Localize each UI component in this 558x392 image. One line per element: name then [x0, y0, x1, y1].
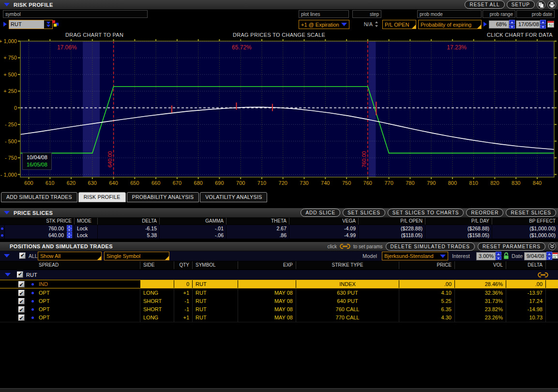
- group-symbol: RUT: [26, 272, 37, 278]
- position-row-selected[interactable]: IND 0 RUT INDEX .00 28.46% .00: [0, 280, 558, 288]
- symbol-input[interactable]: RUT: [9, 20, 44, 29]
- wrench-icon[interactable]: [538, 272, 548, 278]
- interest-input[interactable]: 3.00%: [476, 252, 496, 260]
- qty-cell[interactable]: -1: [174, 297, 193, 305]
- row-checkbox[interactable]: [18, 281, 25, 287]
- slice-mode[interactable]: Lock: [75, 232, 98, 239]
- col-qty: QTY: [174, 261, 193, 269]
- vol-cell[interactable]: 31.73%: [455, 297, 506, 305]
- qty-cell[interactable]: +1: [174, 289, 193, 297]
- copy-icon[interactable]: [537, 0, 545, 9]
- svg-text:660: 660: [151, 180, 160, 186]
- tab-risk-profile[interactable]: RISK PROFILE: [78, 192, 126, 202]
- add-slice-button[interactable]: ADD SLICE: [301, 209, 340, 217]
- show-all-value: Show All: [40, 253, 60, 259]
- show-all-dropdown[interactable]: Show All: [38, 252, 102, 260]
- date-input[interactable]: 9/04/08: [524, 252, 546, 260]
- reset-all-button[interactable]: RESET ALL: [465, 0, 504, 9]
- risk-profile-chart[interactable]: 6006106206306406506606706806907007107207…: [0, 31, 558, 192]
- svg-text:700: 700: [236, 180, 245, 186]
- lock-icon[interactable]: [503, 252, 509, 261]
- slice-price[interactable]: 760.00: [5, 225, 67, 232]
- slice-price[interactable]: 640.00: [5, 232, 67, 239]
- calendar-icon[interactable]: [552, 252, 558, 261]
- slice-dot-icon: [1, 227, 3, 230]
- reorder-button[interactable]: REORDER: [466, 209, 503, 217]
- row-checkbox[interactable]: [18, 315, 25, 321]
- date-spinner[interactable]: [546, 252, 552, 260]
- prob-range-input[interactable]: 68%: [489, 20, 509, 29]
- plot-lines-dropdown[interactable]: +1 @ Expiration: [299, 20, 349, 29]
- single-symbol-value: Single Symbol: [106, 253, 140, 259]
- price-slices-bar: PRICE SLICES ADD SLICE SET SLICES SET SL…: [0, 208, 558, 218]
- set-slices-button[interactable]: SET SLICES: [343, 209, 385, 217]
- row-checkbox[interactable]: [18, 306, 25, 313]
- position-row[interactable]: OPT SHORT -1 RUT MAY 08 640 PUT 5.25 31.…: [0, 297, 558, 306]
- slice-pl-open: ($228.88): [359, 225, 425, 232]
- svg-text:17.23%: 17.23%: [447, 44, 467, 51]
- reset-slices-button[interactable]: RESET SLICES: [506, 209, 556, 217]
- collapse-section-icon[interactable]: [4, 3, 10, 6]
- prob-date-input[interactable]: 17/05/08: [516, 20, 540, 29]
- model-dropdown[interactable]: Bjerksund-Stensland: [382, 252, 448, 260]
- setup-button[interactable]: SETUP: [507, 0, 535, 9]
- col-price: PRICE: [399, 261, 455, 269]
- col-strike-type: STRIKE TYPE: [296, 261, 399, 269]
- prob-mode-dropdown[interactable]: Probability of expiring: [418, 20, 482, 29]
- slice-row[interactable]: 760.00 Lock -6.15 -.01 2.67 -4.09 ($228.…: [0, 225, 558, 232]
- col-pl-open: P/L OPEN: [359, 218, 425, 225]
- row-checkbox[interactable]: [18, 290, 25, 296]
- position-row[interactable]: OPT SHORT -1 RUT MAY 08 760 CALL 6.35 23…: [0, 305, 558, 314]
- row-checkbox[interactable]: [18, 298, 25, 304]
- tab-volatility-analysis[interactable]: VOLATILITY ANALYSIS: [200, 192, 267, 202]
- delete-simulated-trades-button[interactable]: DELETE SIMULATED TRADES: [386, 242, 475, 251]
- vol-cell[interactable]: 23.82%: [455, 305, 506, 314]
- set-slices-to-charts-button[interactable]: SET SLICES TO CHARTS: [388, 209, 464, 217]
- col-theta: THETA: [226, 218, 289, 225]
- collapse-group-icon[interactable]: [5, 273, 11, 276]
- prob-date-spinner[interactable]: [540, 20, 546, 29]
- link-group-icon[interactable]: [52, 20, 60, 28]
- interest-spinner[interactable]: [496, 252, 501, 260]
- model-value: Bjerksund-Stensland: [384, 253, 434, 259]
- prob-range-spinner[interactable]: [509, 20, 515, 29]
- svg-text:760: 760: [363, 180, 372, 186]
- single-symbol-dropdown[interactable]: Single Symbol: [104, 252, 169, 260]
- collapse-slices-icon[interactable]: [4, 211, 10, 214]
- tab-probability-analysis[interactable]: PROBABILITY ANALYSIS: [127, 192, 199, 202]
- collapse-panel-icon[interactable]: [548, 242, 556, 250]
- vol-cell[interactable]: 28.46%: [455, 280, 506, 288]
- positions-header-row: SPREAD SIDE QTY SYMBOL EXP STRIKE TYPE P…: [0, 261, 558, 269]
- chevron-down-icon: [440, 255, 446, 258]
- group-checkbox[interactable]: [17, 271, 23, 278]
- qty-cell[interactable]: -1: [174, 305, 193, 314]
- symbol-dropdown-icon[interactable]: [44, 20, 52, 29]
- slice-row[interactable]: 640.00 Lock 5.38 -.06 .86 -4.99 ($118.05…: [0, 232, 558, 239]
- tab-add-simulated-trades[interactable]: ADD SIMULATED TRADES: [1, 192, 77, 202]
- svg-text:- 500: - 500: [5, 138, 17, 144]
- step-stepper[interactable]: [375, 21, 379, 28]
- pl-mode-dropdown[interactable]: P/L OPEN: [382, 20, 416, 29]
- slice-pl-day: ($268.88): [425, 225, 492, 232]
- qty-cell[interactable]: 0: [174, 280, 193, 288]
- symbol-combobox[interactable]: RUT: [9, 20, 53, 29]
- col-symbol: SYMBOL: [193, 261, 238, 269]
- position-row[interactable]: OPT LONG +1 RUT MAY 08 630 PUT 4.10 32.3…: [0, 289, 558, 298]
- slice-pl-day: ($158.05): [425, 232, 492, 239]
- all-checkbox[interactable]: [19, 253, 26, 259]
- print-icon[interactable]: [547, 0, 556, 9]
- reset-parameters-button[interactable]: RESET PARAMETERS: [478, 242, 545, 251]
- slice-mode[interactable]: Lock: [75, 225, 98, 232]
- vol-cell[interactable]: 23.26%: [455, 314, 506, 322]
- slice-price-spinner[interactable]: [67, 232, 72, 238]
- click-hint: click: [328, 244, 337, 249]
- instrument-type: OPT: [36, 297, 140, 305]
- position-row[interactable]: OPT LONG +1 RUT MAY 08 770 CALL 4.30 23.…: [0, 314, 558, 322]
- svg-text:800: 800: [448, 180, 457, 186]
- vol-cell[interactable]: 32.36%: [455, 289, 506, 297]
- qty-cell[interactable]: +1: [174, 314, 193, 322]
- collapse-positions-icon[interactable]: [4, 254, 10, 257]
- slice-price-spinner[interactable]: [67, 225, 72, 231]
- symbol-group-row[interactable]: RUT: [0, 270, 558, 279]
- calendar-icon[interactable]: [547, 20, 555, 30]
